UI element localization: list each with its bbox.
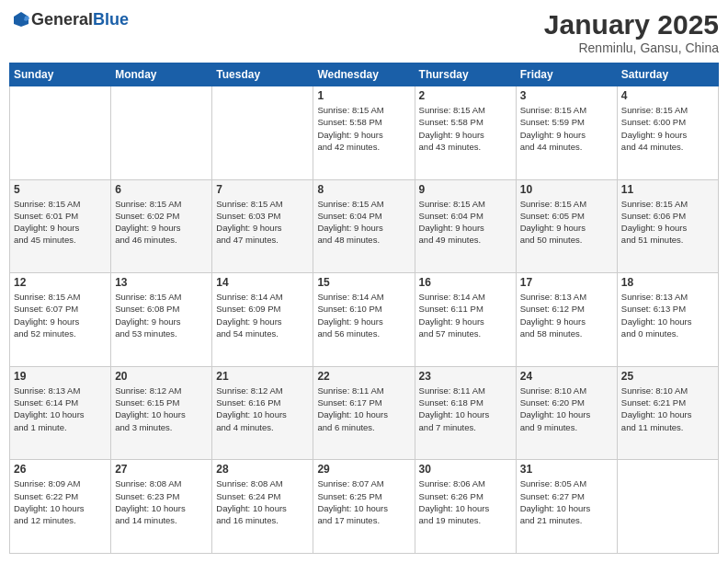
day-cell: 14Sunrise: 8:14 AM Sunset: 6:09 PM Dayli… bbox=[212, 273, 313, 367]
day-number: 23 bbox=[419, 370, 512, 383]
day-number: 9 bbox=[419, 183, 512, 196]
day-number: 7 bbox=[216, 183, 309, 196]
day-number: 15 bbox=[317, 276, 410, 289]
day-header-saturday: Saturday bbox=[617, 63, 718, 86]
week-row-1: 5Sunrise: 8:15 AM Sunset: 6:01 PM Daylig… bbox=[10, 179, 719, 273]
day-info: Sunrise: 8:06 AM Sunset: 6:26 PM Dayligh… bbox=[419, 477, 512, 526]
day-number: 13 bbox=[115, 276, 208, 289]
calendar-header: SundayMondayTuesdayWednesdayThursdayFrid… bbox=[10, 63, 719, 86]
day-cell: 20Sunrise: 8:12 AM Sunset: 6:15 PM Dayli… bbox=[111, 366, 212, 460]
logo: GeneralBlue bbox=[9, 9, 129, 29]
day-cell: 9Sunrise: 8:15 AM Sunset: 6:04 PM Daylig… bbox=[415, 179, 516, 273]
calendar: SundayMondayTuesdayWednesdayThursdayFrid… bbox=[9, 63, 719, 554]
day-header-tuesday: Tuesday bbox=[212, 63, 313, 86]
day-cell bbox=[111, 86, 212, 180]
day-number: 2 bbox=[419, 89, 512, 102]
day-cell: 18Sunrise: 8:13 AM Sunset: 6:13 PM Dayli… bbox=[617, 273, 718, 367]
day-cell: 13Sunrise: 8:15 AM Sunset: 6:08 PM Dayli… bbox=[111, 273, 212, 367]
day-cell: 30Sunrise: 8:06 AM Sunset: 6:26 PM Dayli… bbox=[415, 460, 516, 554]
day-header-sunday: Sunday bbox=[10, 63, 111, 86]
day-number: 24 bbox=[520, 370, 613, 383]
day-cell: 2Sunrise: 8:15 AM Sunset: 5:58 PM Daylig… bbox=[415, 86, 516, 180]
week-row-0: 1Sunrise: 8:15 AM Sunset: 5:58 PM Daylig… bbox=[10, 86, 719, 180]
day-info: Sunrise: 8:15 AM Sunset: 6:01 PM Dayligh… bbox=[14, 198, 107, 247]
day-info: Sunrise: 8:13 AM Sunset: 6:13 PM Dayligh… bbox=[621, 291, 714, 339]
day-number: 5 bbox=[14, 183, 107, 196]
day-number: 10 bbox=[520, 183, 613, 196]
day-number: 29 bbox=[317, 463, 410, 476]
day-number: 14 bbox=[216, 276, 309, 289]
day-cell: 31Sunrise: 8:05 AM Sunset: 6:27 PM Dayli… bbox=[516, 460, 617, 554]
day-cell: 19Sunrise: 8:13 AM Sunset: 6:14 PM Dayli… bbox=[10, 366, 111, 460]
day-info: Sunrise: 8:10 AM Sunset: 6:20 PM Dayligh… bbox=[520, 385, 613, 433]
day-number: 17 bbox=[520, 276, 613, 289]
day-number: 3 bbox=[520, 89, 613, 102]
day-number: 1 bbox=[317, 89, 410, 102]
week-row-2: 12Sunrise: 8:15 AM Sunset: 6:07 PM Dayli… bbox=[10, 273, 719, 367]
day-number: 6 bbox=[115, 183, 208, 196]
day-cell: 1Sunrise: 8:15 AM Sunset: 5:58 PM Daylig… bbox=[313, 86, 415, 180]
day-number: 19 bbox=[14, 370, 107, 383]
day-info: Sunrise: 8:12 AM Sunset: 6:16 PM Dayligh… bbox=[216, 385, 309, 433]
title-block: January 2025 Renminlu, Gansu, China bbox=[544, 9, 719, 55]
day-number: 22 bbox=[317, 370, 410, 383]
day-header-monday: Monday bbox=[111, 63, 212, 86]
day-info: Sunrise: 8:11 AM Sunset: 6:18 PM Dayligh… bbox=[419, 385, 512, 433]
day-number: 18 bbox=[621, 276, 714, 289]
day-info: Sunrise: 8:15 AM Sunset: 6:04 PM Dayligh… bbox=[419, 198, 512, 247]
day-info: Sunrise: 8:12 AM Sunset: 6:15 PM Dayligh… bbox=[115, 385, 208, 433]
day-info: Sunrise: 8:15 AM Sunset: 6:07 PM Dayligh… bbox=[14, 291, 107, 339]
day-info: Sunrise: 8:15 AM Sunset: 5:59 PM Dayligh… bbox=[520, 104, 613, 153]
day-cell: 17Sunrise: 8:13 AM Sunset: 6:12 PM Dayli… bbox=[516, 273, 617, 367]
day-number: 25 bbox=[621, 370, 714, 383]
week-row-3: 19Sunrise: 8:13 AM Sunset: 6:14 PM Dayli… bbox=[10, 366, 719, 460]
header: GeneralBlue January 2025 Renminlu, Gansu… bbox=[9, 9, 719, 55]
day-info: Sunrise: 8:08 AM Sunset: 6:24 PM Dayligh… bbox=[216, 477, 309, 526]
day-info: Sunrise: 8:15 AM Sunset: 6:00 PM Dayligh… bbox=[621, 104, 714, 153]
day-cell: 10Sunrise: 8:15 AM Sunset: 6:05 PM Dayli… bbox=[516, 179, 617, 273]
day-cell: 6Sunrise: 8:15 AM Sunset: 6:02 PM Daylig… bbox=[111, 179, 212, 273]
day-cell: 27Sunrise: 8:08 AM Sunset: 6:23 PM Dayli… bbox=[111, 460, 212, 554]
day-info: Sunrise: 8:15 AM Sunset: 6:06 PM Dayligh… bbox=[621, 198, 714, 247]
day-number: 21 bbox=[216, 370, 309, 383]
day-info: Sunrise: 8:14 AM Sunset: 6:10 PM Dayligh… bbox=[317, 291, 410, 339]
day-cell: 4Sunrise: 8:15 AM Sunset: 6:00 PM Daylig… bbox=[617, 86, 718, 180]
month-title: January 2025 bbox=[544, 9, 719, 40]
calendar-body: 1Sunrise: 8:15 AM Sunset: 5:58 PM Daylig… bbox=[10, 86, 719, 554]
day-cell: 24Sunrise: 8:10 AM Sunset: 6:20 PM Dayli… bbox=[516, 366, 617, 460]
day-cell: 29Sunrise: 8:07 AM Sunset: 6:25 PM Dayli… bbox=[313, 460, 415, 554]
day-number: 8 bbox=[317, 183, 410, 196]
day-info: Sunrise: 8:14 AM Sunset: 6:09 PM Dayligh… bbox=[216, 291, 309, 339]
day-number: 4 bbox=[621, 89, 714, 102]
day-number: 30 bbox=[419, 463, 512, 476]
header-row: SundayMondayTuesdayWednesdayThursdayFrid… bbox=[10, 63, 719, 86]
day-number: 16 bbox=[419, 276, 512, 289]
day-number: 27 bbox=[115, 463, 208, 476]
logo-icon bbox=[11, 9, 31, 29]
location-title: Renminlu, Gansu, China bbox=[544, 40, 719, 55]
day-info: Sunrise: 8:15 AM Sunset: 6:08 PM Dayligh… bbox=[115, 291, 208, 339]
logo-general: General bbox=[31, 10, 93, 29]
day-number: 12 bbox=[14, 276, 107, 289]
day-number: 26 bbox=[14, 463, 107, 476]
day-cell: 28Sunrise: 8:08 AM Sunset: 6:24 PM Dayli… bbox=[212, 460, 313, 554]
day-cell: 15Sunrise: 8:14 AM Sunset: 6:10 PM Dayli… bbox=[313, 273, 415, 367]
day-info: Sunrise: 8:15 AM Sunset: 6:02 PM Dayligh… bbox=[115, 198, 208, 247]
day-cell: 5Sunrise: 8:15 AM Sunset: 6:01 PM Daylig… bbox=[10, 179, 111, 273]
logo-blue: Blue bbox=[93, 10, 129, 29]
day-info: Sunrise: 8:13 AM Sunset: 6:14 PM Dayligh… bbox=[14, 385, 107, 433]
day-number: 11 bbox=[621, 183, 714, 196]
day-cell: 3Sunrise: 8:15 AM Sunset: 5:59 PM Daylig… bbox=[516, 86, 617, 180]
day-header-thursday: Thursday bbox=[415, 63, 516, 86]
day-cell: 25Sunrise: 8:10 AM Sunset: 6:21 PM Dayli… bbox=[617, 366, 718, 460]
day-info: Sunrise: 8:13 AM Sunset: 6:12 PM Dayligh… bbox=[520, 291, 613, 339]
day-info: Sunrise: 8:10 AM Sunset: 6:21 PM Dayligh… bbox=[621, 385, 714, 433]
day-info: Sunrise: 8:15 AM Sunset: 5:58 PM Dayligh… bbox=[317, 104, 410, 153]
day-info: Sunrise: 8:15 AM Sunset: 6:04 PM Dayligh… bbox=[317, 198, 410, 247]
day-number: 31 bbox=[520, 463, 613, 476]
day-number: 28 bbox=[216, 463, 309, 476]
day-info: Sunrise: 8:05 AM Sunset: 6:27 PM Dayligh… bbox=[520, 477, 613, 526]
day-cell: 22Sunrise: 8:11 AM Sunset: 6:17 PM Dayli… bbox=[313, 366, 415, 460]
day-info: Sunrise: 8:15 AM Sunset: 5:58 PM Dayligh… bbox=[419, 104, 512, 153]
week-row-4: 26Sunrise: 8:09 AM Sunset: 6:22 PM Dayli… bbox=[10, 460, 719, 554]
